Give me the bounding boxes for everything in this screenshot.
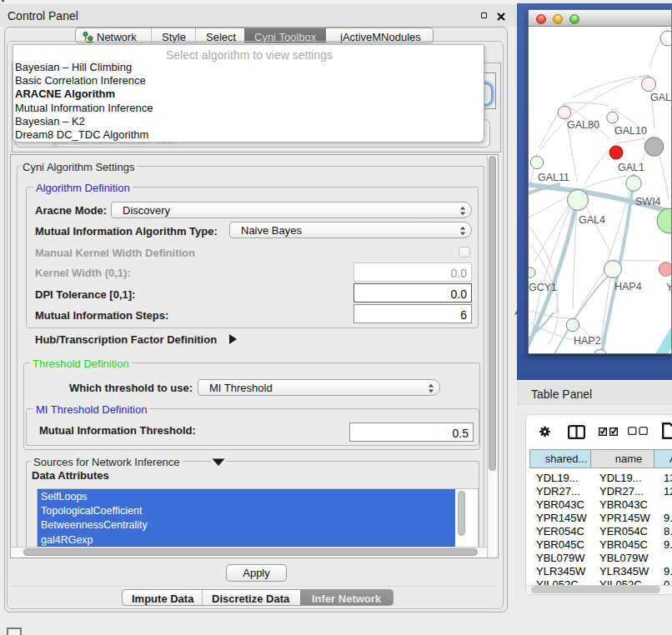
svg-text:HAP4: HAP4 bbox=[614, 281, 642, 292]
svg-text:GAL11: GAL11 bbox=[538, 172, 569, 183]
svg-text:GAL: GAL bbox=[650, 92, 671, 103]
svg-text:HAP2: HAP2 bbox=[574, 335, 601, 347]
svg-text:GAL1: GAL1 bbox=[618, 162, 644, 173]
svg-text:GCY1: GCY1 bbox=[529, 282, 557, 293]
svg-text:GAL10: GAL10 bbox=[614, 125, 647, 137]
svg-text:SWI4: SWI4 bbox=[635, 196, 661, 208]
svg-text:Y: Y bbox=[666, 282, 672, 293]
svg-text:GAL4: GAL4 bbox=[579, 214, 605, 226]
svg-text:GAL80: GAL80 bbox=[567, 119, 599, 131]
